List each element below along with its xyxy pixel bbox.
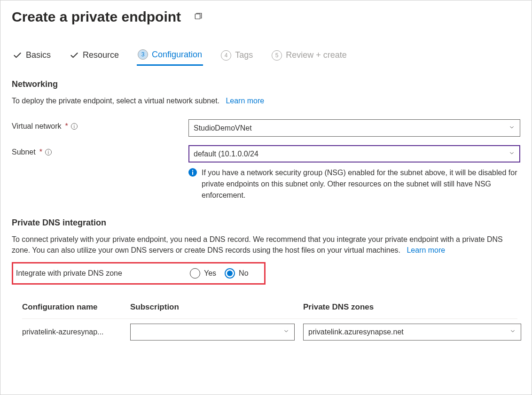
config-name-cell: privatelink-azuresynap... — [22, 328, 130, 336]
subnet-select[interactable]: default (10.1.0.0/24 — [188, 145, 520, 163]
vnet-select[interactable]: StudioDemoVNet — [188, 119, 520, 137]
networking-desc-text: To deploy the private endpoint, select a… — [12, 97, 219, 105]
page-title: Create a private endpoint — [12, 9, 181, 25]
subnet-select-value: default (10.1.0.0/24 — [194, 150, 258, 158]
integrate-dns-radio-group: Yes No — [190, 268, 249, 279]
tab-label: Basics — [26, 50, 51, 60]
dns-table-header: Configuration name Subscription Private … — [22, 298, 517, 319]
table-row: privatelink-azuresynap... privatelink.az… — [22, 319, 517, 345]
radio-label: Yes — [204, 269, 216, 278]
feedback-icon — [194, 15, 203, 22]
tab-review-create[interactable]: 5 Review + create — [271, 50, 348, 65]
tab-basics[interactable]: Basics — [12, 50, 52, 65]
section-heading-dns: Private DNS integration — [12, 218, 520, 228]
dns-zone-select-value: privatelink.azuresynapse.net — [308, 328, 404, 336]
step-number-icon: 4 — [221, 50, 231, 61]
vnet-select-value: StudioDemoVNet — [194, 124, 252, 132]
subscription-select[interactable] — [130, 324, 295, 341]
tab-label: Configuration — [152, 50, 202, 60]
svg-rect-2 — [192, 172, 193, 175]
dns-learn-more-link[interactable]: Learn more — [407, 246, 445, 254]
chevron-down-icon — [283, 328, 289, 336]
tab-resource[interactable]: Resource — [69, 50, 120, 65]
col-config-name: Configuration name — [22, 302, 130, 312]
info-icon — [188, 168, 197, 177]
integrate-dns-highlight: Integrate with private DNS zone Yes No — [12, 262, 266, 285]
radio-circle-icon — [190, 268, 200, 279]
nsg-info-text: If you have a network security group (NS… — [202, 167, 520, 201]
dns-description: To connect privately with your private e… — [12, 234, 520, 256]
tab-label: Review + create — [286, 50, 347, 60]
info-icon[interactable]: i — [45, 149, 52, 155]
tab-label: Resource — [83, 50, 119, 60]
required-marker: * — [65, 122, 68, 131]
feedback-button[interactable] — [192, 10, 204, 24]
radio-no[interactable]: No — [225, 268, 248, 279]
vnet-label: Virtual network — [12, 122, 62, 131]
integrate-dns-label: Integrate with private DNS zone — [16, 269, 190, 278]
chevron-down-icon — [509, 328, 516, 336]
required-marker: * — [39, 148, 42, 156]
svg-rect-0 — [195, 14, 200, 19]
chevron-down-icon — [509, 150, 515, 158]
col-private-dns-zones: Private DNS zones — [303, 302, 517, 312]
networking-description: To deploy the private endpoint, select a… — [12, 96, 520, 106]
svg-rect-3 — [192, 170, 193, 171]
radio-label: No — [239, 269, 248, 278]
step-number-icon: 5 — [272, 50, 282, 61]
tab-label: Tags — [235, 50, 253, 60]
networking-learn-more-link[interactable]: Learn more — [226, 97, 264, 105]
radio-yes[interactable]: Yes — [190, 268, 216, 279]
step-number-icon: 3 — [138, 49, 148, 60]
col-subscription: Subscription — [130, 302, 303, 312]
nsg-info-callout: If you have a network security group (NS… — [188, 167, 520, 201]
tab-tags[interactable]: 4 Tags — [220, 50, 254, 65]
check-icon — [70, 51, 79, 60]
tab-configuration[interactable]: 3 Configuration — [137, 49, 203, 66]
check-icon — [13, 51, 22, 60]
radio-circle-icon — [225, 268, 235, 279]
wizard-tabs: Basics Resource 3 Configuration 4 Tags 5… — [12, 49, 520, 66]
dns-zone-select[interactable]: privatelink.azuresynapse.net — [303, 324, 521, 341]
info-icon[interactable]: i — [71, 123, 78, 130]
subnet-label: Subnet — [12, 148, 36, 156]
chevron-down-icon — [509, 124, 515, 132]
section-heading-networking: Networking — [12, 79, 520, 89]
